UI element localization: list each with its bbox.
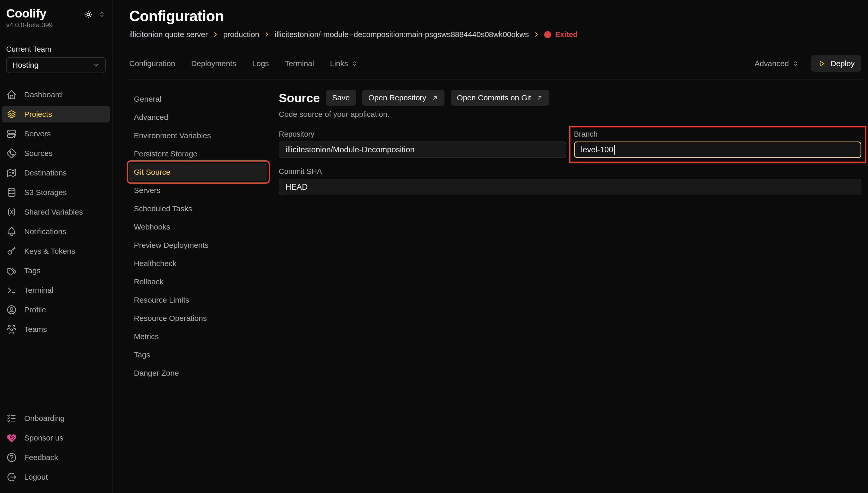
tabs-divider — [129, 80, 861, 80]
tab-label: Terminal — [285, 59, 314, 68]
config-subnav: General Advanced Environment Variables P… — [129, 90, 268, 382]
coolify-logo[interactable]: Coolify — [6, 6, 46, 20]
subnav-item-preview-deployments[interactable]: Preview Deployments — [129, 236, 268, 254]
variables-icon — [6, 207, 17, 217]
subnav-item-resource-limits[interactable]: Resource Limits — [129, 291, 268, 309]
map-icon — [6, 168, 17, 178]
team-select[interactable]: Hosting — [6, 57, 106, 73]
breadcrumb: illicitonion quote server production ill… — [129, 30, 861, 39]
subnav-item-label: Git Source — [134, 168, 170, 176]
tab-logs[interactable]: Logs — [252, 59, 269, 68]
tab-terminal[interactable]: Terminal — [285, 59, 314, 68]
chevron-right-icon — [263, 31, 271, 38]
app-version: v4.0.0-beta.399 — [6, 21, 53, 29]
open-repository-button[interactable]: Open Repository — [362, 90, 445, 106]
deploy-button[interactable]: Deploy — [811, 55, 861, 72]
key-icon — [6, 246, 17, 257]
subnav-item-label: Resource Limits — [134, 296, 189, 304]
sidebar-item-destinations[interactable]: Destinations — [2, 165, 110, 181]
sidebar: Coolify v4.0.0-beta.399 Current Team Hos… — [0, 0, 112, 493]
advanced-selector[interactable]: Advanced — [755, 59, 799, 68]
tab-configuration[interactable]: Configuration — [129, 59, 175, 68]
layers-icon — [6, 109, 17, 120]
repository-input[interactable] — [279, 142, 566, 158]
sidebar-item-label: Terminal — [24, 286, 53, 295]
subnav-item-advanced[interactable]: Advanced — [129, 108, 268, 126]
tabs-row: Configuration Deployments Logs Terminal — [129, 55, 861, 72]
subnav-item-label: Tags — [134, 350, 150, 359]
subnav-item-general[interactable]: General — [129, 90, 268, 108]
chevrons-up-down-icon — [792, 60, 799, 67]
repository-label: Repository — [279, 130, 566, 138]
sidebar-item-s3-storages[interactable]: S3 Storages — [2, 184, 110, 201]
subnav-item-label: Advanced — [134, 113, 168, 122]
subnav-item-label: Scheduled Tasks — [134, 204, 192, 213]
subnav-item-resource-operations[interactable]: Resource Operations — [129, 309, 268, 327]
sidebar-item-notifications[interactable]: Notifications — [2, 223, 110, 240]
external-link-icon — [431, 94, 438, 101]
theme-sun-icon[interactable] — [84, 10, 93, 19]
subnav-item-persistent-storage[interactable]: Persistent Storage — [129, 145, 268, 163]
subnav-item-git-source[interactable]: Git Source — [129, 163, 268, 181]
subnav-item-danger-zone[interactable]: Danger Zone — [129, 364, 268, 382]
status-label: Exited — [555, 30, 577, 39]
subnav-item-healthcheck[interactable]: Healthcheck — [129, 254, 268, 273]
sidebar-item-label: Sources — [24, 149, 52, 158]
tab-deployments[interactable]: Deployments — [191, 59, 236, 68]
breadcrumb-link[interactable]: illicitonion quote server — [129, 30, 208, 39]
bell-icon — [6, 226, 17, 237]
subnav-item-label: Healthcheck — [134, 259, 176, 268]
breadcrumb-link[interactable]: production — [223, 30, 259, 39]
branch-label: Branch — [574, 130, 862, 138]
branch-input[interactable]: level-100 — [574, 142, 862, 158]
sidebar-item-sponsor-us[interactable]: Sponsor us — [2, 430, 110, 446]
subnav-item-webhooks[interactable]: Webhooks — [129, 218, 268, 236]
team-select-value: Hosting — [12, 61, 39, 69]
commit-sha-label: Commit SHA — [279, 167, 861, 176]
sidebar-item-sources[interactable]: Sources — [2, 145, 110, 162]
subnav-item-environment-variables[interactable]: Environment Variables — [129, 126, 268, 145]
sidebar-item-profile[interactable]: Profile — [2, 302, 110, 318]
commit-sha-field-group: Commit SHA — [279, 167, 861, 195]
subnav-item-label: Webhooks — [134, 222, 170, 231]
branch-value: level-100 — [581, 145, 613, 154]
sidebar-item-onboarding[interactable]: Onboarding — [2, 410, 110, 427]
sidebar-item-label: Teams — [24, 325, 47, 334]
open-commits-button[interactable]: Open Commits on Git — [451, 90, 549, 106]
subnav-item-label: Preview Deployments — [134, 241, 209, 250]
breadcrumb-link[interactable]: illicitestonion/-module--decomposition:m… — [275, 30, 529, 39]
source-heading: Source — [279, 91, 320, 105]
git-source-icon — [6, 148, 17, 159]
commit-sha-input[interactable] — [279, 179, 861, 195]
sidebar-header: Coolify v4.0.0-beta.399 — [6, 7, 106, 29]
heart-handshake-icon — [6, 432, 17, 443]
sidebar-item-label: Profile — [24, 305, 46, 314]
advanced-label: Advanced — [755, 59, 789, 68]
subnav-item-scheduled-tasks[interactable]: Scheduled Tasks — [129, 199, 268, 218]
chevrons-up-down-icon[interactable] — [98, 10, 106, 18]
source-description: Code source of your application. — [279, 110, 861, 119]
sidebar-item-logout[interactable]: Logout — [2, 469, 110, 485]
subnav-item-rollback[interactable]: Rollback — [129, 273, 268, 291]
sidebar-item-tags[interactable]: Tags — [2, 262, 110, 279]
sidebar-item-feedback[interactable]: Feedback — [2, 449, 110, 466]
save-button[interactable]: Save — [326, 90, 356, 106]
branch-annotation-box: Branch level-100 — [569, 126, 866, 163]
sidebar-item-label: Tags — [24, 266, 40, 275]
subnav-item-tags[interactable]: Tags — [129, 346, 268, 364]
save-label: Save — [332, 93, 350, 102]
sidebar-item-dashboard[interactable]: Dashboard — [2, 86, 110, 103]
sidebar-item-keys-tokens[interactable]: Keys & Tokens — [2, 243, 110, 259]
subnav-item-metrics[interactable]: Metrics — [129, 327, 268, 346]
sidebar-item-label: Keys & Tokens — [24, 247, 75, 256]
subnav-item-servers[interactable]: Servers — [129, 181, 268, 199]
sidebar-item-terminal[interactable]: Terminal — [2, 282, 110, 299]
sidebar-item-teams[interactable]: Teams — [2, 321, 110, 338]
checklist-icon — [6, 413, 17, 424]
tab-links[interactable]: Links — [330, 59, 358, 68]
tab-label: Logs — [252, 59, 269, 68]
tags-icon — [6, 265, 17, 276]
sidebar-item-servers[interactable]: Servers — [2, 126, 110, 142]
sidebar-item-shared-variables[interactable]: Shared Variables — [2, 204, 110, 220]
sidebar-item-projects[interactable]: Projects — [2, 106, 110, 123]
